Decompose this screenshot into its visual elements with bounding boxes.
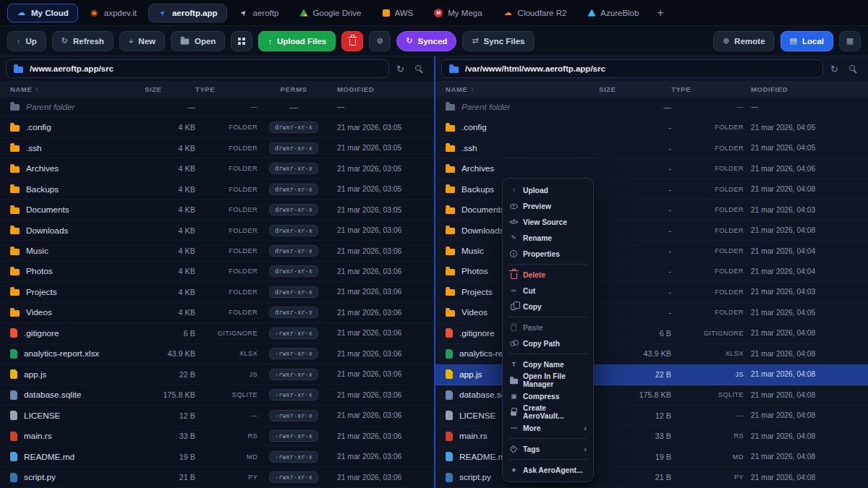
context-menu-item-more[interactable]: ⋯More› [503,420,593,436]
parent-folder-row[interactable]: Parent folder———— [0,97,434,117]
grid-view-button[interactable] [231,31,252,51]
column-header-name[interactable]: NAME↑ [10,85,145,93]
context-menu-item-preview[interactable]: Preview [503,198,593,214]
file-row[interactable]: .config4 KBFOLDERdrwxr-xr-x21 mar 2026, … [0,117,434,137]
synced-button[interactable]: ↻ Synced [396,31,456,51]
file-row[interactable]: script.py21 BPY21 mar 2026, 04:08 [435,467,868,487]
file-row[interactable]: LICENSE12 B—21 mar 2026, 04:08 [435,406,868,426]
tab-aeroftp[interactable]: ➤aeroftp [229,4,289,22]
devices-button[interactable]: ▦ [839,31,861,51]
file-row[interactable]: Documents4 KBFOLDERdrwxr-xr-x21 mar 2026… [0,200,434,220]
column-header-perms[interactable]: PERMS [258,85,330,93]
file-row[interactable]: app.js22 BJS-rwxr-xr-x21 mar 2026, 03:06 [0,364,434,385]
file-row[interactable]: script.py21 BPY-rwxr-xr-x21 mar 2026, 03… [0,467,434,487]
file-row[interactable]: database.sqlite175.8 KBSQLITE21 mar 2026… [435,385,868,406]
context-menu-item-copy[interactable]: Copy [503,299,593,314]
local-refresh-button[interactable]: ↻ [826,61,843,77]
file-row[interactable]: .ssh4 KBFOLDERdrwxr-xr-x21 mar 2026, 03:… [0,138,434,158]
file-row[interactable]: Archives-FOLDER21 mar 2026, 04:06 [435,158,868,179]
context-menu-item-ask-aeroagent[interactable]: ★Ask AeroAgent... [503,462,593,478]
file-row[interactable]: main.rs33 BRS21 mar 2026, 04:08 [435,427,868,447]
remote-refresh-button[interactable]: ↻ [392,61,409,77]
refresh-button[interactable]: ↻ Refresh [52,31,114,51]
context-menu-item-view-source[interactable]: </>View Source [503,214,593,230]
file-row[interactable]: Photos4 KBFOLDERdrwxr-xr-x21 mar 2026, 0… [0,262,434,282]
up-button[interactable]: ↑ Up [7,31,46,51]
file-row[interactable]: Downloads4 KBFOLDERdrwxr-xr-x21 mar 2026… [0,221,434,241]
file-row[interactable]: Videos-FOLDER21 mar 2026, 04:05 [435,303,868,323]
file-name: LICENSE [459,411,495,421]
column-header-name[interactable]: NAME↑ [446,85,599,93]
tab-aws[interactable]: AWS [373,4,423,22]
tab-aeroftp-app[interactable]: ➤aeroftp.app [148,4,227,22]
tab-axpdev-it[interactable]: ◉axpdev.it [80,4,146,22]
context-menu-item-upload[interactable]: ↑Upload [503,182,593,198]
file-row[interactable]: main.rs33 BRS-rwxr-xr-x21 mar 2026, 03:0… [0,427,434,447]
file-row[interactable]: .ssh-FOLDER21 mar 2026, 04:05 [435,138,868,158]
context-menu-item-copy-name[interactable]: TCopy Name [503,356,593,372]
file-row[interactable]: README.md19 BMD21 mar 2026, 04:08 [435,447,868,467]
new-button[interactable]: + New [119,31,165,51]
context-menu-item-create-aerovault[interactable]: Create AeroVault... [503,404,593,420]
open-button[interactable]: Open [171,31,225,51]
context-menu-item-compress[interactable]: ▣Compress [503,388,593,404]
column-header-type[interactable]: TYPE [195,85,258,93]
local-search-button[interactable] [846,61,862,77]
context-menu-item-copy-path[interactable]: Copy Path [503,335,593,351]
tab-cloudfare-r2[interactable]: ☁Cloudfare R2 [494,4,576,22]
context-menu-item-rename[interactable]: ✎Rename [503,230,593,246]
file-row[interactable]: README.md19 BMD-rwxr-xr-x21 mar 2026, 03… [0,447,434,467]
file-row[interactable]: Documents-FOLDER21 mar 2026, 04:03 [435,200,868,220]
file-modified: 21 mar 2026, 04:08 [744,226,858,234]
file-row[interactable]: Projects-FOLDER21 mar 2026, 04:03 [435,282,868,302]
context-menu-item-properties[interactable]: Properties [503,246,593,262]
file-row[interactable]: Backups4 KBFOLDERdrwxr-xr-x21 mar 2026, … [0,179,434,200]
file-name: Archives [26,163,59,174]
local-view-button[interactable]: ▤ Local [780,31,833,51]
file-row[interactable]: LICENSE12 B—-rwxr-xr-x21 mar 2026, 03:06 [0,406,434,426]
file-row[interactable]: Archives4 KBFOLDERdrwxr-xr-x21 mar 2026,… [0,158,434,179]
tab-google-drive[interactable]: Google Drive [290,4,370,22]
file-row[interactable]: .gitignore6 BGITIGNORE-rwxr-xr-x21 mar 2… [0,323,434,343]
file-row[interactable]: Photos-FOLDER21 mar 2026, 04:04 [435,262,868,282]
column-header-size[interactable]: SIZE [599,85,671,93]
file-row[interactable]: analytics-report.xlsx43.9 KBXLSX-rwxr-xr… [0,344,434,364]
tab-azureblob[interactable]: AzureBlob [578,4,648,22]
tab-label: axpdev.it [104,9,137,17]
file-row[interactable]: database.sqlite175.8 KBSQLITE-rwxr-xr-x2… [0,385,434,406]
upload-files-button[interactable]: ↑ Upload Files [258,31,336,51]
perms-badge: drwxr-xr-x [269,184,318,195]
disconnect-button[interactable]: ⊘ [369,31,391,51]
column-header-size[interactable]: SIZE [145,85,195,93]
file-row[interactable]: Music4 KBFOLDERdrwxr-xr-x21 mar 2026, 03… [0,241,434,261]
parent-folder-row[interactable]: Parent folder——— [435,97,868,117]
file-row[interactable]: Backups-FOLDER21 mar 2026, 04:08 [435,179,868,200]
column-header-modified[interactable]: MODIFIED [744,85,858,93]
add-tab-button[interactable]: + [650,4,671,22]
file-row[interactable]: analytics-report.xlsx43.9 KBXLSX21 mar 2… [435,344,868,364]
local-path-input[interactable]: /var/www/html/www.aeroftp.app/src [441,59,823,78]
file-row[interactable]: .config-FOLDER21 mar 2026, 04:05 [435,117,868,137]
column-header-modified[interactable]: MODIFIED [330,85,424,93]
column-header-type[interactable]: TYPE [671,85,744,93]
remote-search-button[interactable] [412,61,428,77]
tab-my-cloud[interactable]: ☁My Cloud [7,4,78,22]
file-row[interactable]: Projects4 KBFOLDERdrwxr-xr-x21 mar 2026,… [0,282,434,302]
file-size: — [145,103,195,111]
context-menu-item-delete[interactable]: Delete [503,267,593,283]
context-menu-item-tags[interactable]: Tags› [503,441,593,457]
remote-view-button[interactable]: ⊕ Remote [713,31,774,51]
sync-files-button[interactable]: ⇄ Sync Files [462,31,534,51]
file-row[interactable]: Downloads-FOLDER21 mar 2026, 04:08 [435,221,868,241]
file-row[interactable]: app.js22 BJS21 mar 2026, 04:08 [435,364,868,385]
delete-button[interactable] [341,31,363,51]
remote-path-input[interactable]: /www.aeroftp.app/src [6,59,389,78]
context-menu-item-cut[interactable]: ✂Cut [503,283,593,299]
tab-my-mega[interactable]: MMy Mega [425,4,491,22]
file-row[interactable]: Videos4 KBFOLDERdrwxr-xr-x21 mar 2026, 0… [0,303,434,323]
context-menu-item-paste[interactable]: Paste [503,320,593,335]
context-menu-item-open-in-file-manager[interactable]: Open In File Manager [503,372,593,388]
perms-badge: drwxr-xr-x [269,245,318,257]
file-row[interactable]: .gitignore6 BGITIGNORE21 mar 2026, 04:08 [435,323,868,343]
file-row[interactable]: Music-FOLDER21 mar 2026, 04:04 [435,241,868,261]
